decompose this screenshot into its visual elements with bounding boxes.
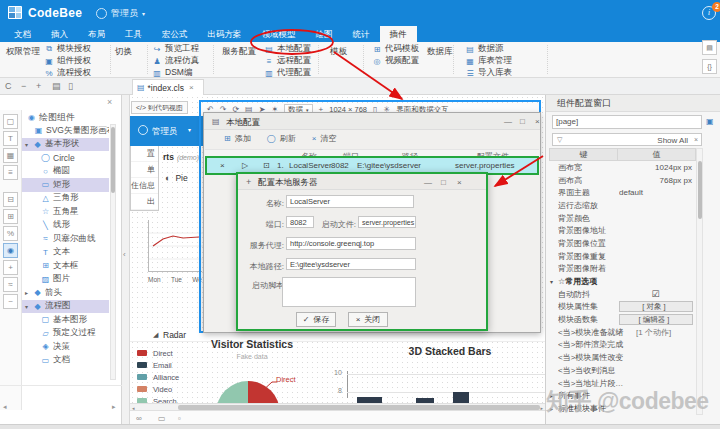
ribbon-item[interactable]: ▦库表管理 <box>465 55 512 67</box>
tree-item[interactable]: ▸ ◆ 箭头 <box>22 286 109 300</box>
ribbon-tab[interactable]: 布局 <box>78 26 115 42</box>
tree-item[interactable]: ▱ 预定义过程 <box>22 327 109 341</box>
tree-item[interactable]: ▾ ◆ 流程图 <box>22 300 109 314</box>
close-icon[interactable]: × <box>535 117 540 126</box>
horizontal-scrollbar[interactable]: ◂ ▸ <box>130 403 545 411</box>
property-row[interactable]: 画布宽 1024px px <box>549 161 696 174</box>
property-row[interactable]: 背景图像附着 <box>549 263 696 276</box>
ribbon-item[interactable]: ⊞代码模板 <box>372 43 419 55</box>
ribbon-item[interactable]: ▤本地配置 <box>264 43 311 55</box>
tree-item[interactable]: ▭ 文档 <box>22 354 109 368</box>
category-tool-icon[interactable]: ~ <box>3 294 18 309</box>
ribbon-item-service-config[interactable]: 服务配置 <box>222 46 256 58</box>
ribbon-tab[interactable]: 插入 <box>41 26 78 42</box>
square-icon[interactable]: ▫ <box>178 414 181 423</box>
port-field[interactable]: 8082 <box>286 216 314 228</box>
tree-scrollbar[interactable] <box>110 124 116 380</box>
property-row[interactable]: <当>部件渲染完成 <box>549 339 696 352</box>
move-icon[interactable]: + <box>246 177 251 187</box>
toolbar-button[interactable]: ⊞添加 <box>224 133 251 144</box>
user-menu[interactable]: 管理员 ▾ <box>96 7 145 20</box>
configure-server-dialog[interactable]: + 配置本地服务器 — □ × 名称: LocalServer 端口: 8082… <box>236 172 488 331</box>
tree-item[interactable]: ▨ 图片 <box>22 273 109 287</box>
zoom-in-icon[interactable]: + <box>36 81 41 91</box>
ribbon-item-database[interactable]: 数据库 <box>427 46 453 58</box>
property-value[interactable]: default <box>619 188 696 197</box>
tree-expander-icon[interactable]: ▾ <box>25 141 32 148</box>
scrollbar-thumb[interactable] <box>178 405 540 410</box>
design-canvas[interactable]: </> 到代码视图 管理员 ▾ 置单住信息出 rts(demo) ◐ Pie M… <box>130 95 545 429</box>
minimize-icon[interactable]: — <box>424 178 432 187</box>
close-tab-icon[interactable]: × <box>189 83 194 92</box>
row-expander-icon[interactable]: ▾ <box>550 278 558 285</box>
expand-icon[interactable]: ⊡ <box>263 161 270 170</box>
category-tool-icon[interactable]: ⊞ <box>3 209 18 224</box>
property-row[interactable]: 画布高 768px px <box>549 174 696 187</box>
property-row[interactable]: 模块属性集 [ 对象 ] <box>549 301 696 314</box>
tree-item[interactable]: ◯ Circle <box>22 151 109 165</box>
code-toggle-button[interactable]: {} <box>702 59 717 74</box>
legend-item[interactable]: Alliance <box>137 371 179 383</box>
new-file-icon[interactable]: ▯ <box>68 81 73 91</box>
category-tool-icon[interactable]: ▢ <box>3 114 18 129</box>
local-path-field[interactable]: E:\gitee\ysdserver <box>286 258 416 270</box>
start-icon[interactable]: ▷ <box>242 161 248 170</box>
property-filter[interactable]: ▽ Show All × <box>552 133 702 146</box>
ribbon-tab[interactable]: 工具 <box>115 26 152 42</box>
category-tool-icon[interactable]: ◉ <box>3 243 18 258</box>
tree-item[interactable]: ╲ 线形 <box>22 219 109 233</box>
code-view-button[interactable]: </> 到代码视图 <box>131 101 188 114</box>
close-panel-icon[interactable]: × <box>107 97 112 107</box>
property-row[interactable]: 背景图像地址 <box>549 224 696 237</box>
tree-item[interactable]: ▾ ◆ 基本形状 <box>22 138 109 152</box>
legend-item[interactable]: Email <box>137 359 179 371</box>
ribbon-item-switch[interactable]: 切换 <box>115 46 132 58</box>
ribbon-item[interactable]: ♟流程仿真 <box>152 55 199 67</box>
property-row[interactable]: 界面主题 default <box>549 186 696 199</box>
ribbon-tab[interactable]: 插件 <box>380 26 417 42</box>
ribbon-item-template[interactable]: 模板 <box>330 46 347 58</box>
property-row[interactable]: 运行态缩放 <box>549 199 696 212</box>
maximize-icon[interactable]: □ <box>441 178 446 187</box>
category-tool-icon[interactable]: + <box>3 260 18 275</box>
tree-item[interactable]: ☆ 五角星 <box>22 205 109 219</box>
category-tool-icon[interactable]: ⊟ <box>3 192 18 207</box>
category-tool-icon[interactable]: ≈ <box>3 277 18 292</box>
property-row[interactable]: 背景图像重复 <box>549 250 696 263</box>
ribbon-tab[interactable]: 文档 <box>4 26 41 42</box>
ribbon-tab[interactable]: 出码方案 <box>198 26 252 42</box>
ribbon-item[interactable]: ▤数据源 <box>465 43 512 55</box>
zoom-out-icon[interactable]: − <box>21 81 26 91</box>
tree-item[interactable]: T 文本 <box>22 246 109 260</box>
scroll-right-icon[interactable]: ▸ <box>112 403 116 411</box>
tree-item[interactable]: ▢ 基本图形 <box>22 313 109 327</box>
collapse-triangle-icon[interactable]: ◢ <box>153 331 158 339</box>
ribbon-tab[interactable]: 领域模型 <box>252 26 306 42</box>
link-icon[interactable]: ∞ <box>136 414 142 423</box>
tree-expander-icon[interactable]: ▸ <box>25 289 32 296</box>
frame-icon[interactable]: ▭ <box>158 414 166 423</box>
startup-script-textarea[interactable] <box>282 277 416 307</box>
property-row[interactable]: 自动防抖 ☑ <box>549 288 696 301</box>
toolbar-button[interactable]: ×清空 <box>312 133 337 144</box>
property-value[interactable]: 1024px px <box>619 163 696 172</box>
property-value[interactable]: ☑ <box>619 289 696 299</box>
ribbon-item[interactable]: ≡远程配置 <box>264 55 311 67</box>
property-row[interactable]: 背景颜色 <box>549 212 696 225</box>
category-tool-icon[interactable]: ▦ <box>3 148 18 163</box>
scroll-left-icon[interactable]: ◂ <box>3 403 7 411</box>
property-value[interactable]: [1 个动作] <box>636 327 696 338</box>
close-icon[interactable]: × <box>457 178 462 187</box>
refresh-icon[interactable]: C <box>5 81 12 91</box>
legend-item[interactable]: Video <box>137 383 179 395</box>
folder-icon[interactable]: ▤ <box>52 81 61 91</box>
ribbon-item[interactable]: ◎视频配置 <box>372 55 419 67</box>
property-row[interactable]: <当>模块属性改变 <box>549 351 696 364</box>
clear-filter-icon[interactable]: × <box>694 136 698 143</box>
tree-expander-icon[interactable]: ▾ <box>25 303 32 310</box>
panel-splitter[interactable]: ‹ <box>122 95 130 429</box>
property-value[interactable]: 768px px <box>619 176 696 185</box>
ribbon-item[interactable]: ▣组件授权 <box>44 55 91 67</box>
category-tool-icon[interactable]: % <box>3 226 18 241</box>
toolbar-button[interactable]: ◯刷新 <box>267 133 296 144</box>
